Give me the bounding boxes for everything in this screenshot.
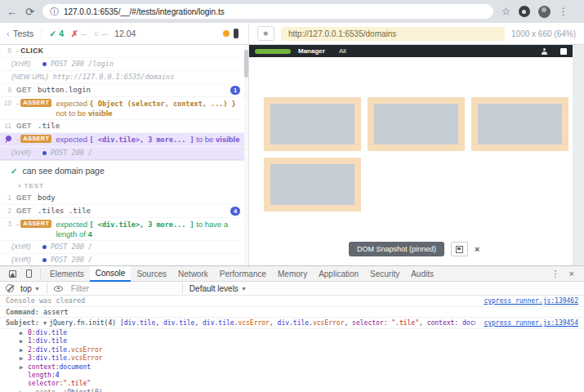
tab-console[interactable]: Console (90, 266, 132, 282)
bookmark-star-icon[interactable]: ☆ (502, 6, 510, 17)
back-icon[interactable]: ← (7, 7, 17, 17)
user-icon[interactable] (541, 48, 547, 55)
tab-performance[interactable]: Performance (214, 266, 272, 282)
collapse-arrow-icon[interactable]: ▼ (43, 319, 47, 327)
log-row-command[interactable]: 11GET.tile (0, 120, 248, 133)
command-method: GET (16, 207, 38, 216)
aut-url-bar[interactable]: http://127.0.0.1:6535/domains (281, 27, 505, 41)
console-source-link[interactable]: cypress_runner.js:139462 (475, 297, 578, 305)
expand-arrow-icon[interactable]: ▶ (20, 329, 28, 337)
tab-application[interactable]: Application (313, 266, 364, 282)
app-logo[interactable] (255, 49, 291, 54)
aut-controls: ⌖ http://127.0.0.1:6535/domains 1000 x 6… (249, 23, 584, 44)
devtools-close-icon[interactable]: × (569, 269, 574, 279)
assert-badge: ASSERT (20, 220, 51, 228)
property-value: ".tile" (63, 380, 91, 388)
extension-icon[interactable] (519, 6, 530, 17)
test-body-section[interactable]: ▾TEST (0, 180, 248, 192)
request-dot-icon (42, 151, 47, 155)
command-method: GET (16, 86, 38, 95)
context-selector[interactable]: top ▼ (20, 284, 40, 293)
app-under-test: Manager All (249, 45, 573, 265)
xhr-label: (XHR) (11, 256, 38, 265)
address-url: 127.0.0.1:6535/__/#/tests/integration/lo… (64, 7, 225, 16)
expand-arrow-icon[interactable]: ▶ (20, 363, 28, 372)
tile[interactable] (368, 97, 465, 151)
console-tree-row[interactable]: ▶2: div.tile.vcsError (0, 346, 584, 354)
log-row-xhr[interactable]: (XHR)POST 200 /login (0, 58, 248, 71)
console-tree-row[interactable]: ▶3: div.tile.vcsError (0, 354, 584, 363)
snapshot-highlight-toggle[interactable] (451, 242, 468, 256)
tab-network[interactable]: Network (172, 266, 214, 282)
log-scrollbar[interactable] (244, 45, 248, 265)
element-count-badge: 4 (230, 207, 240, 216)
pending-count: -- (101, 29, 107, 38)
console-tree-row[interactable]: ▶1: div.tile (0, 337, 584, 345)
browser-toolbar: ← ⟳ ⓘ 127.0.0.1:6535/__/#/tests/integrat… (0, 0, 584, 23)
browser-menu-icon[interactable]: ⋮ (559, 6, 568, 17)
stat-pending: ○ -- (94, 29, 107, 38)
tab-memory[interactable]: Memory (272, 266, 313, 282)
log-levels-label: Default levels (189, 284, 239, 293)
log-row-click[interactable]: 8-CLICK (0, 45, 248, 58)
live-expression-icon[interactable] (54, 286, 63, 292)
app-title: Manager (298, 47, 325, 55)
console-tree-row[interactable]: ▶context: document (0, 363, 584, 372)
property-name: selector (28, 380, 60, 388)
app-nav-all[interactable]: All (339, 47, 346, 55)
page-info-icon[interactable]: ⓘ (50, 7, 59, 16)
log-row-assert[interactable]: -ASSERTexpected [ <div.tile>, 3 more... … (0, 133, 248, 147)
test-title-row[interactable]: ✓can see domain page (0, 160, 248, 180)
clear-console-icon[interactable] (6, 284, 14, 292)
console-message: Command: assert (0, 307, 584, 318)
test-duration: 12.04 (114, 29, 136, 38)
reporter-header: ‹ Tests ✓ 4 ✗ -- ○ -- 12.04 (0, 23, 249, 44)
log-row-assert[interactable]: 10-ASSERTexpected { Object (selector, co… (0, 97, 248, 120)
tile[interactable] (471, 97, 568, 151)
console-filter-input[interactable] (69, 283, 176, 294)
profile-avatar[interactable] (538, 6, 551, 18)
command-number: 2 (0, 207, 16, 216)
expand-arrow-icon[interactable]: ▶ (20, 389, 28, 392)
log-row-command[interactable]: 2GET.tiles .tile4 (0, 205, 248, 218)
header-corner-button[interactable] (560, 48, 567, 55)
console-tree-row[interactable]: ▶0: div.tile (0, 329, 584, 337)
console-source-link[interactable]: cypress_runner.js:139454 (475, 319, 578, 327)
log-row-command[interactable]: 9GETbutton.login1 (0, 84, 248, 97)
tile[interactable] (264, 158, 361, 212)
expand-arrow-icon[interactable]: ▶ (20, 346, 28, 354)
device-toolbar-icon[interactable] (20, 270, 37, 278)
divider (182, 283, 183, 293)
inspect-element-icon[interactable] (4, 270, 20, 278)
stat-failed: ✗ -- (71, 29, 87, 38)
expand-arrow-icon[interactable]: ▶ (20, 337, 28, 345)
tile[interactable] (264, 97, 361, 151)
console-tree-row[interactable]: ▶__proto__: Object(0) (0, 389, 584, 392)
log-levels-selector[interactable]: Default levels ▼ (189, 284, 247, 293)
devtools-menu-icon[interactable]: ⋮ (551, 269, 560, 279)
back-to-tests-button[interactable]: ‹ Tests (7, 29, 42, 38)
reload-icon[interactable]: ⟳ (25, 7, 34, 17)
log-row-command[interactable]: 1GETbody (0, 192, 248, 205)
tab-audits[interactable]: Audits (405, 266, 439, 282)
log-row-xhr[interactable]: (XHR)POST 200 / (0, 254, 248, 265)
log-scrollbar-thumb[interactable] (244, 50, 248, 78)
selector-playground-button[interactable]: ⌖ (257, 26, 274, 41)
tab-elements[interactable]: Elements (44, 266, 90, 282)
tab-sources[interactable]: Sources (131, 266, 172, 282)
test-title: can see domain page (22, 166, 104, 176)
log-row-xhr[interactable]: (NEW URL)http://127.0.0.1:6535/domains (0, 71, 248, 84)
context-label: top (20, 284, 32, 293)
expand-arrow-icon[interactable]: ▶ (20, 354, 28, 363)
browser-select[interactable] (223, 29, 242, 38)
log-row-assert[interactable]: 3-ASSERTexpected [ <div.tile>, 3 more...… (0, 218, 248, 241)
divider (47, 283, 47, 293)
unpin-snapshot-icon[interactable]: × (475, 244, 479, 254)
tab-security[interactable]: Security (364, 266, 405, 282)
log-row-xhr[interactable]: (XHR)POST 200 / (0, 147, 248, 160)
command-value: assert (43, 308, 69, 316)
address-bar[interactable]: ⓘ 127.0.0.1:6535/__/#/tests/integration/… (42, 4, 493, 19)
command-name: -CLICK (16, 47, 43, 56)
log-row-xhr[interactable]: (XHR)POST 200 / (0, 241, 248, 254)
section-label: TEST (25, 182, 44, 189)
